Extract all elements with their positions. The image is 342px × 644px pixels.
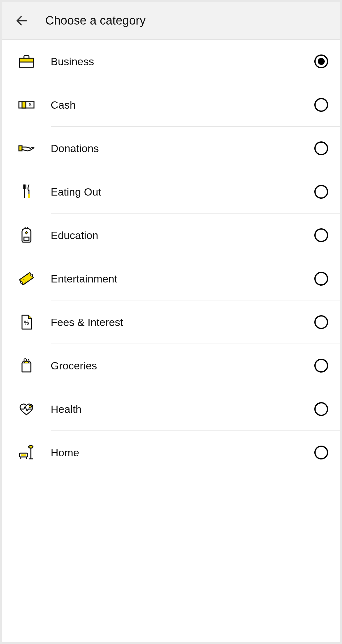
icon-cell bbox=[2, 51, 51, 71]
header-bar: Choose a category bbox=[2, 2, 340, 40]
radio-cell bbox=[302, 315, 340, 329]
svg-point-14 bbox=[24, 359, 26, 361]
arrow-left-icon bbox=[15, 14, 29, 28]
category-row-home[interactable]: Home bbox=[2, 431, 340, 474]
icon-cell bbox=[2, 399, 51, 419]
svg-text:%: % bbox=[24, 320, 29, 326]
category-label: Donations bbox=[51, 142, 302, 155]
svg-rect-6 bbox=[28, 194, 30, 198]
page-title: Choose a category bbox=[45, 14, 146, 27]
category-label: Cash bbox=[51, 99, 302, 111]
radio-button[interactable] bbox=[314, 315, 328, 329]
category-label: Groceries bbox=[51, 360, 302, 372]
svg-rect-1 bbox=[20, 58, 33, 62]
ticket-icon bbox=[16, 269, 36, 289]
icon-cell bbox=[2, 356, 51, 376]
icon-cell bbox=[2, 225, 51, 245]
svg-rect-3 bbox=[22, 102, 26, 108]
radio-button[interactable] bbox=[314, 185, 328, 199]
category-label: Entertainment bbox=[51, 273, 302, 285]
category-row-groceries[interactable]: Groceries bbox=[2, 344, 340, 387]
category-list: Business $ Cash bbox=[2, 40, 340, 474]
divider bbox=[51, 474, 340, 474]
fork-knife-icon bbox=[16, 182, 36, 202]
icon-cell bbox=[2, 138, 51, 158]
svg-point-18 bbox=[29, 446, 33, 448]
category-label: Home bbox=[51, 447, 302, 459]
furniture-icon bbox=[16, 442, 36, 463]
svg-rect-7 bbox=[24, 237, 29, 240]
radio-cell bbox=[302, 141, 340, 155]
svg-rect-17 bbox=[21, 454, 26, 456]
svg-rect-5 bbox=[19, 146, 22, 151]
radio-cell bbox=[302, 185, 340, 199]
radio-cell bbox=[302, 98, 340, 112]
svg-marker-8 bbox=[25, 231, 28, 234]
radio-button[interactable] bbox=[314, 446, 328, 459]
category-row-eating-out[interactable]: Eating Out bbox=[2, 170, 340, 214]
category-label: Business bbox=[51, 55, 302, 68]
radio-button[interactable] bbox=[314, 141, 328, 155]
category-label: Education bbox=[51, 229, 302, 242]
radio-button[interactable] bbox=[314, 228, 328, 242]
heartbeat-icon bbox=[16, 399, 36, 419]
radio-button[interactable] bbox=[314, 359, 328, 373]
category-label: Eating Out bbox=[51, 186, 302, 198]
grocery-bag-icon bbox=[16, 356, 36, 376]
radio-button[interactable] bbox=[314, 272, 328, 286]
radio-cell bbox=[302, 446, 340, 459]
category-row-entertainment[interactable]: Entertainment bbox=[2, 257, 340, 300]
radio-cell bbox=[302, 272, 340, 286]
icon-cell: $ bbox=[2, 95, 51, 115]
category-row-cash[interactable]: $ Cash bbox=[2, 83, 340, 127]
category-row-business[interactable]: Business bbox=[2, 40, 340, 83]
svg-rect-2 bbox=[19, 102, 34, 108]
radio-button[interactable] bbox=[314, 54, 328, 68]
category-row-health[interactable]: Health bbox=[2, 387, 340, 431]
category-label: Health bbox=[51, 403, 302, 415]
radio-button[interactable] bbox=[314, 98, 328, 112]
icon-cell bbox=[2, 182, 51, 202]
briefcase-icon bbox=[16, 51, 36, 71]
radio-cell bbox=[302, 402, 340, 416]
category-screen: Choose a category Business bbox=[2, 2, 340, 642]
radio-selected-dot bbox=[318, 58, 325, 65]
percent-doc-icon: % bbox=[16, 312, 36, 332]
back-button[interactable] bbox=[14, 13, 30, 29]
radio-button[interactable] bbox=[314, 402, 328, 416]
radio-cell bbox=[302, 54, 340, 68]
radio-cell bbox=[302, 228, 340, 242]
backpack-icon bbox=[16, 225, 36, 245]
category-label: Fees & Interest bbox=[51, 316, 302, 328]
radio-cell bbox=[302, 359, 340, 373]
category-row-education[interactable]: Education bbox=[2, 214, 340, 257]
category-row-donations[interactable]: Donations bbox=[2, 127, 340, 170]
icon-cell: % bbox=[2, 312, 51, 332]
svg-point-15 bbox=[29, 405, 31, 408]
hand-coin-icon bbox=[16, 138, 36, 158]
cash-icon: $ bbox=[16, 95, 36, 115]
icon-cell bbox=[2, 269, 51, 289]
svg-text:$: $ bbox=[29, 102, 31, 107]
icon-cell bbox=[2, 442, 51, 463]
category-row-fees[interactable]: % Fees & Interest bbox=[2, 300, 340, 344]
